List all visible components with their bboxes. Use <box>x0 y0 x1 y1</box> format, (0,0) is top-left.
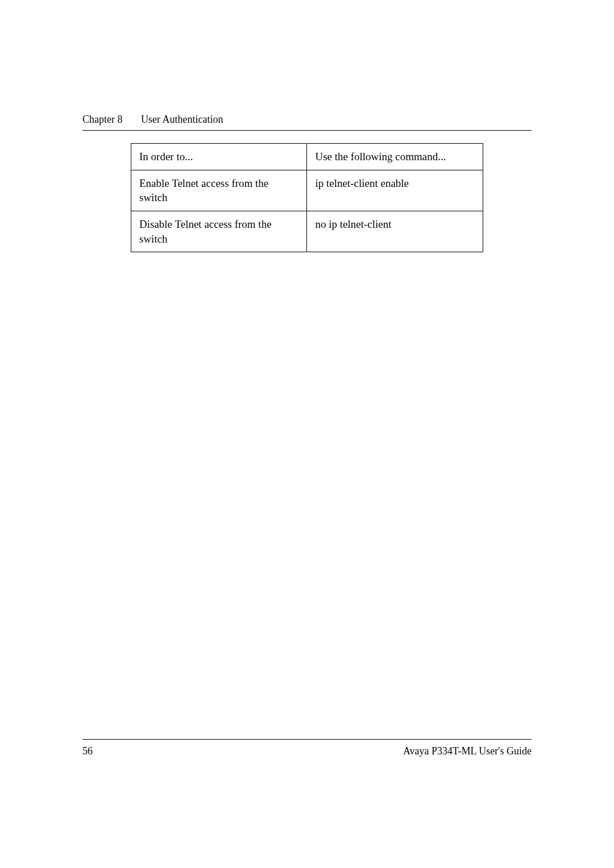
footer-content: 56 Avaya P334T-ML User's Guide <box>82 745 532 757</box>
table-row: Enable Telnet access from the switch ip … <box>131 170 483 211</box>
table-cell: Enable Telnet access from the switch <box>131 170 307 211</box>
table-cell: ip telnet-client enable <box>307 170 483 211</box>
command-table: In order to... Use the following command… <box>131 143 483 252</box>
footer-divider <box>82 739 532 740</box>
table-cell: Disable Telnet access from the switch <box>131 211 307 252</box>
chapter-title: User Authentication <box>141 114 223 125</box>
table-cell: no ip telnet-client <box>307 211 483 252</box>
table-header-cell: In order to... <box>131 144 307 170</box>
table-header-row: In order to... Use the following command… <box>131 144 483 170</box>
page-number: 56 <box>82 745 93 757</box>
table-header-cell: Use the following command... <box>307 144 483 170</box>
chapter-label: Chapter 8 <box>82 114 122 125</box>
page-container: Chapter 8 User Authentication In order t… <box>0 0 614 868</box>
running-header: Chapter 8 User Authentication <box>82 114 532 126</box>
page-footer: 56 Avaya P334T-ML User's Guide <box>82 739 532 757</box>
header-divider <box>82 130 532 131</box>
table-row: Disable Telnet access from the switch no… <box>131 211 483 252</box>
guide-title: Avaya P334T-ML User's Guide <box>403 745 532 757</box>
